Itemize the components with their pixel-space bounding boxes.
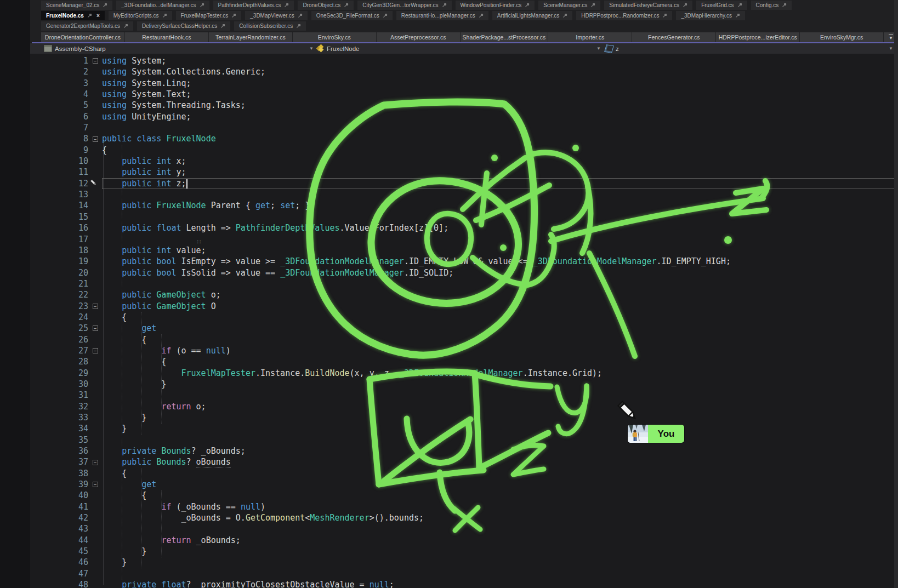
code-line[interactable]: 27− if (o == null) [30,345,898,356]
code-line[interactable]: 8−public class FruxelNode [30,133,898,144]
project-selector[interactable]: Assembly-CSharp [44,43,106,54]
code-line[interactable]: 2using System.Collections.Generic; [30,66,898,77]
code-line[interactable]: 6using UnityEngine; [30,111,898,122]
document-tab[interactable]: OneSec3D_FileFormat.cs [311,11,393,20]
fold-collapse-icon[interactable]: − [88,323,102,334]
document-tab[interactable]: HDRPPostproce...izerEditor.cs [716,32,800,42]
code-line[interactable]: 1−using System; [30,55,898,66]
code-line[interactable]: 9{ [30,145,898,156]
close-icon[interactable]: × [96,13,100,19]
code-line[interactable]: 7 [30,122,898,133]
document-tab[interactable]: _3DMapHierarchy.cs [676,11,745,20]
code-line[interactable]: 40 { [30,490,898,501]
fold-collapse-icon[interactable]: − [88,55,102,66]
code-line[interactable]: 38 { [30,468,898,479]
code-line[interactable]: 29 FruxelMapTester.Instance.BuildNode(x,… [30,368,898,379]
code-line[interactable]: 31 [30,390,898,401]
document-tab[interactable]: MyEditorScripts.cs [109,11,172,20]
code-text: public FruxelNode Parent { get; set; } [102,200,310,211]
code-line[interactable]: 30 } [30,379,898,390]
document-tab[interactable]: FruxelMapTester.cs [176,11,242,20]
fold-collapse-icon[interactable]: − [88,345,102,356]
document-tab[interactable]: CityGen3DGen...torWrapper.cs [357,1,451,10]
code-line[interactable]: 42 _oBounds = O.GetComponent<MeshRendere… [30,512,898,523]
document-tab[interactable]: _3DMapViewer.cs [245,11,307,20]
code-line[interactable]: 39− get [30,479,898,490]
code-line[interactable]: 18 public int value; [30,245,898,256]
code-line[interactable]: 14 public FruxelNode Parent { get; set; … [30,200,898,211]
fold-collapse-icon[interactable]: − [88,301,102,312]
document-tab[interactable]: TerrainLayerRandomizer.cs [209,32,293,42]
document-tab[interactable]: Importer.cs [548,32,632,42]
code-line[interactable]: 43 [30,523,898,534]
code-line[interactable]: 21 [30,278,898,289]
document-tab[interactable]: PathfinderDepthValues.cs [213,1,294,10]
code-line[interactable]: 44 return _oBounds; [30,535,898,546]
code-line[interactable]: 11 public int y; [30,167,898,178]
document-tab[interactable]: FruxelGrid.cs [696,1,747,10]
document-tab[interactable]: FencesGenerator.cs [632,32,716,42]
code-line[interactable]: 33 } [30,412,898,423]
code-line[interactable]: 36 private Bounds? _oBounds; [30,446,898,456]
vertical-scrollbar[interactable] [894,0,898,588]
code-line[interactable]: 20 public bool IsSolid => value == _3DFo… [30,267,898,278]
document-tab[interactable]: DroneOrientationController.cs [41,32,125,42]
code-line[interactable]: 16 public float Length => PathfinderDept… [30,222,898,233]
member-selector[interactable]: z [605,43,619,54]
code-line[interactable]: 45 } [30,546,898,557]
code-line[interactable]: 34 } [30,423,898,434]
fold-collapse-icon[interactable]: − [88,133,102,144]
code-line[interactable]: 15 [30,212,898,222]
document-tab[interactable]: DroneObject.cs [298,1,354,10]
code-line[interactable]: 3using System.Linq; [30,78,898,89]
fold-collapse-icon[interactable]: − [88,456,102,467]
code-line[interactable]: 12 public int z; [30,178,898,189]
code-line[interactable]: 23− public GameObject O [30,301,898,312]
code-line[interactable]: 46 } [30,557,898,568]
code-line[interactable]: 13 [30,189,898,200]
document-tab[interactable]: WindowPositionFinder.cs [456,1,535,10]
document-tab[interactable]: HDRPPostproc...Randomizer.cs [576,11,672,20]
document-tab[interactable]: _3DFoundatio...delManager.cs [116,1,209,10]
document-tab[interactable]: DeliverySurfaceClassHelper.cs [137,21,230,31]
code-line[interactable]: 17 [30,234,898,245]
pin-icon [590,3,595,8]
document-tab[interactable]: SceneManager.cs [538,1,600,10]
code-line[interactable]: 5using System.Threading.Tasks; [30,100,898,111]
code-line[interactable]: 24 { [30,312,898,323]
line-number: 34 [30,423,88,434]
document-tab[interactable]: EnviroSkyMgr.cs [800,32,884,42]
document-tab[interactable]: RestaurantHo...pleManager.cs [396,11,488,20]
code-line[interactable]: 37− public Bounds? oBounds [30,456,898,467]
document-tab[interactable]: EnviroSky.cs [293,32,377,42]
document-tab[interactable]: ArtificialLightsManager.cs [492,11,572,20]
document-tab[interactable]: SceneManager_02.cs [41,1,112,10]
document-tab[interactable]: RestaurantHook.cs [125,32,209,42]
type-dropdown-caret[interactable]: ▼ [596,43,601,54]
fold-collapse-icon[interactable]: − [88,479,102,490]
member-dropdown-caret[interactable]: ▼ [889,43,893,54]
document-tab-active[interactable]: FruxelNode.cs× [41,11,105,20]
code-line[interactable]: 35 [30,435,898,446]
code-line[interactable]: 32 return o; [30,401,898,412]
code-text: { [102,356,166,367]
document-tab[interactable]: Config.cs [751,1,792,10]
code-line[interactable]: 25− get [30,323,898,334]
type-selector[interactable]: FruxelNode [317,43,359,54]
document-tab[interactable]: CollisionSubscriber.cs [234,21,306,31]
code-editor[interactable]: 1−using System;2using System.Collections… [30,54,898,588]
code-line[interactable]: 28 { [30,356,898,367]
document-tab[interactable]: ShaderPackage...stProcessor.cs [461,32,549,42]
code-line[interactable]: 26 { [30,334,898,345]
code-line[interactable]: 10 public int x; [30,156,898,167]
code-line[interactable]: 47 [30,568,898,579]
code-line[interactable]: 41 if (_oBounds == null) [30,501,898,512]
document-tab[interactable]: SimulatedFisheyeCamera.cs [604,1,692,10]
code-line[interactable]: 19 public bool IsEmpty => value >= _3DFo… [30,256,898,267]
code-line[interactable]: 22 public GameObject o; [30,289,898,300]
code-line[interactable]: 48 private float? _proximityToClosestObs… [30,579,898,588]
project-dropdown-caret[interactable]: ▼ [309,43,314,54]
code-line[interactable]: 4using System.Text; [30,89,898,100]
document-tab[interactable]: AssetPreprocessor.cs [377,32,461,42]
document-tab[interactable]: Generator2ExportMapTools.cs [41,21,133,31]
